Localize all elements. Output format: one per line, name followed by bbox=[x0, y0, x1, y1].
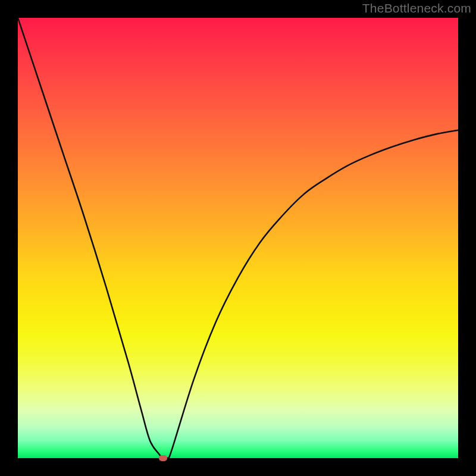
watermark-text: TheBottleneck.com bbox=[362, 1, 471, 15]
chart-frame: TheBottleneck.com bbox=[0, 0, 476, 476]
curve-svg bbox=[18, 18, 458, 458]
plot-area bbox=[18, 18, 458, 458]
optimal-point-marker bbox=[159, 455, 167, 461]
bottleneck-curve bbox=[18, 18, 458, 458]
